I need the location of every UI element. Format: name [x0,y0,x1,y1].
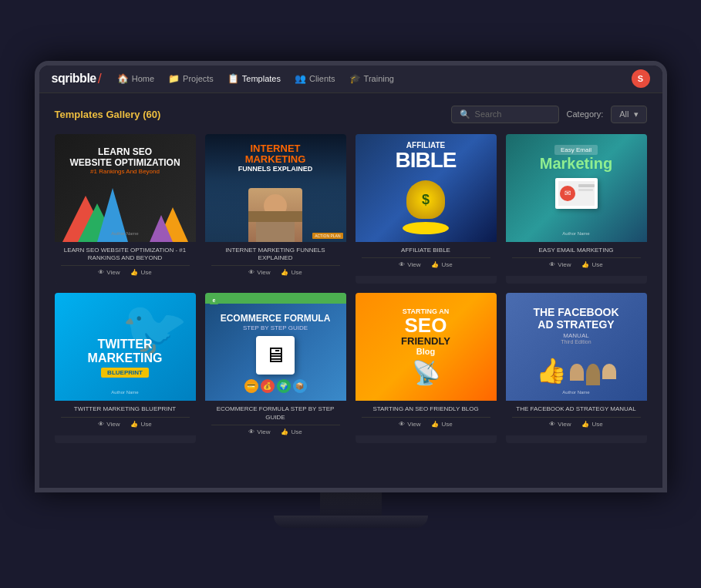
use-button-email[interactable]: 👍 Use [581,261,602,268]
nav-item-clients-label: Clients [309,74,335,83]
seo-author: Author Name [111,231,138,236]
eye-icon-email: 👁 [549,261,555,268]
eye-icon-affiliate: 👁 [399,261,405,268]
use-icon-email: 👍 [581,261,589,268]
template-card-ecommerce[interactable]: e ECOMMERCE FORMULA STEP BY STEP GUIDE 🖥 [205,293,346,443]
use-icon-twitter: 👍 [130,421,138,428]
ecom-sub: STEP BY STEP GUIDE [243,324,308,331]
nav-item-projects[interactable]: 📁 Projects [168,73,214,84]
template-card-learn-seo[interactable]: LEARN SEO WEBSITE OPTIMIZATION #1 Rankin… [55,134,196,284]
nav-item-home-label: Home [132,74,154,83]
template-card-easy-email[interactable]: Easy Email Marketing ✉ [506,134,647,284]
template-name-im: INTERNET MARKETING FUNNELS EXPLAINED [211,247,340,263]
category-label: Category: [567,109,604,119]
search-placeholder: Search [475,109,502,119]
nav-item-templates[interactable]: 📋 Templates [227,73,281,84]
eye-icon-seo-friendly: 👁 [399,421,405,428]
user-avatar[interactable]: S [632,69,650,88]
template-name-facebook-ad: THE FACEBOOK AD STRATEGY MANUAL [512,405,641,413]
template-card-twitter[interactable]: 🐦 TWITTER MARKETING BLUEPRINT Author Nam… [55,293,196,443]
template-name-affiliate: AFFILIATE BIBLE [362,247,490,254]
nav-item-training-label: Training [364,74,394,83]
use-button-affiliate[interactable]: 👍 Use [431,261,452,268]
fb-sub: MANUAL [563,332,588,339]
monitor-neck [320,492,382,516]
projects-icon: 📁 [168,73,180,84]
clients-icon: 👥 [295,73,306,84]
nav-item-training[interactable]: 🎓 Training [349,73,394,84]
category-value: All [619,109,629,119]
twitter-author: Author Name [111,390,138,395]
eye-icon: 👁 [98,269,104,276]
template-info-affiliate: AFFILIATE BIBLE 👁 View 👍 Use [356,242,497,276]
thumbnail-easy-email: Easy Email Marketing ✉ [506,134,647,242]
search-box[interactable]: 🔍 Search [451,106,559,123]
template-card-seo-friendly[interactable]: STARTING AN SEO FRIENDLY Blog 📡 STARTING… [356,293,497,443]
nav-bar: sqribble / 🏠 Home 📁 Projects 📋 Templates [39,66,662,93]
view-button-learn-seo[interactable]: 👁 View [98,269,120,276]
template-actions-email: 👁 View 👍 Use [512,257,641,271]
template-info-twitter: TWITTER MARKETING BLUEPRINT 👁 View 👍 Use [55,401,196,435]
use-icon-affiliate: 👍 [431,261,439,268]
template-info-im: INTERNET MARKETING FUNNELS EXPLAINED 👁 V… [205,242,346,284]
template-info-email: EASY EMAIL MARKETING 👁 View 👍 Use [506,242,647,276]
thumbnail-affiliate-bible: AFFILIATE BIBLE $ [356,134,497,242]
view-button-seo-friendly[interactable]: 👁 View [399,421,420,428]
use-button-im[interactable]: 👍 Use [281,269,302,276]
eye-icon-facebook-ad: 👁 [549,421,555,428]
use-button-seo-friendly[interactable]: 👍 Use [431,421,452,428]
use-icon-facebook-ad: 👍 [581,421,589,428]
cover-im-sub: FUNNELS EXPLAINED [238,165,313,173]
template-actions-im: 👁 View 👍 Use [211,265,340,279]
view-button-email[interactable]: 👁 View [549,261,571,268]
view-button-facebook-ad[interactable]: 👁 View [549,421,571,428]
monitor-wrapper: sqribble / 🏠 Home 📁 Projects 📋 Templates [0,0,701,588]
ecom-title: ECOMMERCE FORMULA [221,313,331,324]
nav-item-templates-label: Templates [242,74,281,83]
templates-icon: 📋 [227,73,239,84]
view-button-twitter[interactable]: 👁 View [98,421,120,428]
eye-icon-im: 👁 [248,269,254,276]
thumbsup-icon: 👍 [536,356,567,385]
fb-author: Author Name [562,390,589,395]
thumbnail-twitter: 🐦 TWITTER MARKETING BLUEPRINT Author Nam… [55,293,196,401]
template-actions-ecommerce: 👁 View 👍 Use [211,425,340,438]
thumbnail-learn-seo: LEARN SEO WEBSITE OPTIMIZATION #1 Rankin… [55,134,196,242]
use-button-learn-seo[interactable]: 👍 Use [130,269,151,276]
template-name-email: EASY EMAIL MARKETING [512,247,641,254]
template-actions-twitter: 👁 View 👍 Use [61,417,190,431]
template-name-ecommerce: ECOMMERCE FORMULA STEP BY STEP GUIDE [211,405,340,422]
template-actions-affiliate: 👁 View 👍 Use [362,257,490,271]
gallery-title: Templates Gallery (60) [55,109,161,120]
cover-seo-title: LEARN SEO WEBSITE OPTIMIZATION [69,146,180,169]
template-actions-facebook-ad: 👁 View 👍 Use [512,417,641,431]
use-icon-ecommerce: 👍 [281,428,288,435]
logo-icon: / [98,71,102,87]
thumbnail-seo-friendly: STARTING AN SEO FRIENDLY Blog 📡 [356,293,497,401]
nav-item-home[interactable]: 🏠 Home [117,73,154,84]
gallery-controls: 🔍 Search Category: All ▾ [451,106,647,123]
view-button-ecommerce[interactable]: 👁 View [248,428,270,435]
monitor-base [274,516,428,528]
view-button-im[interactable]: 👁 View [248,269,270,276]
ecom-strip [205,293,346,304]
template-card-facebook-ad[interactable]: THE FACEBOOK AD STRATEGY MANUAL Third Ed… [506,293,647,443]
monitor-screen: sqribble / 🏠 Home 📁 Projects 📋 Templates [39,66,662,488]
cover-im-title: INTERNET MARKETING [245,143,306,166]
seofriendly-blog: Blog [416,347,435,356]
view-button-affiliate[interactable]: 👁 View [399,261,420,268]
templates-grid: LEARN SEO WEBSITE OPTIMIZATION #1 Rankin… [55,134,647,444]
use-button-ecommerce[interactable]: 👍 Use [281,428,302,435]
template-info-facebook-ad: THE FACEBOOK AD STRATEGY MANUAL 👁 View 👍… [506,401,647,435]
use-button-facebook-ad[interactable]: 👍 Use [581,421,602,428]
training-icon: 🎓 [349,73,361,84]
affiliate-title2: BIBLE [396,150,457,171]
template-card-internet-marketing[interactable]: INTERNET MARKETING FUNNELS EXPLAINED [205,134,346,284]
category-select[interactable]: All ▾ [611,106,646,123]
use-icon-seo-friendly: 👍 [431,421,439,428]
use-button-twitter[interactable]: 👍 Use [130,421,151,428]
template-actions-seo-friendly: 👁 View 👍 Use [362,417,490,431]
nav-item-clients[interactable]: 👥 Clients [295,73,335,84]
home-icon: 🏠 [117,73,129,84]
template-card-affiliate-bible[interactable]: AFFILIATE BIBLE $ [356,134,497,284]
